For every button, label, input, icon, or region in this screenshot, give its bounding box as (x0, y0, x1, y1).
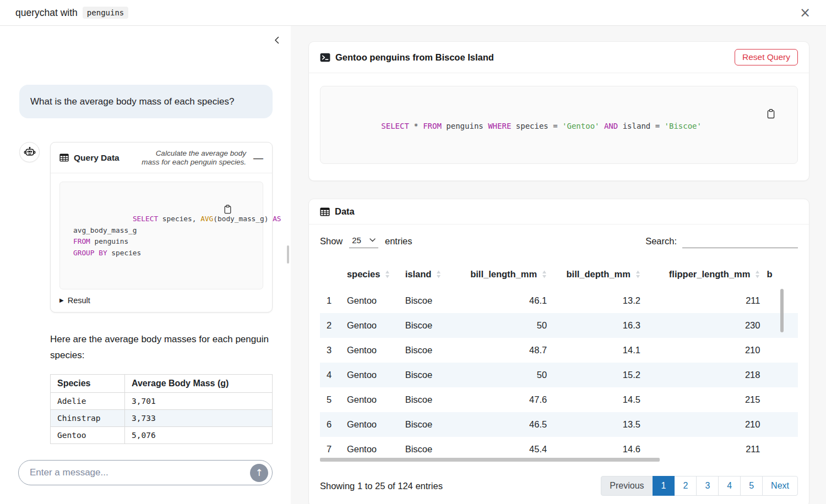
answer-table-header: Species (51, 374, 125, 392)
column-header-island[interactable]: island (402, 265, 457, 288)
sql-code-block: SELECT * FROM penguins WHERE species = '… (320, 86, 798, 164)
sql-code-block: SELECT species, AVG(body_mass_g) AS avg_… (59, 182, 263, 289)
entries-status: Showing 1 to 25 of 124 entries (320, 481, 443, 491)
data-table-cell: 211 (644, 288, 764, 313)
app-titlebar: querychat with penguins × (0, 0, 826, 26)
chat-scrollbar[interactable] (287, 245, 289, 264)
table-icon (320, 207, 330, 217)
data-table-cell: 16.3 (550, 313, 644, 338)
table-icon (59, 153, 69, 162)
dataset-badge: penguins (83, 7, 128, 19)
data-table-cell: 48.7 (457, 338, 550, 363)
data-table-cell: Gentoo (340, 288, 402, 313)
data-table: speciesislandbill_length_mmbill_depth_mm… (320, 265, 798, 462)
chat-input-bar: ↑ (18, 460, 273, 485)
data-table-cell (763, 437, 798, 462)
answer-table-row: Gentoo5,076 (51, 426, 273, 443)
column-header-bill_depth_mm[interactable]: bill_depth_mm (550, 265, 644, 288)
data-table-row: 1GentooBiscoe46.113.2211 (320, 288, 798, 313)
copy-icon[interactable] (765, 91, 792, 136)
data-card-header: Data (309, 199, 809, 224)
page-next-button[interactable]: Next (762, 476, 798, 496)
sort-icon (385, 270, 390, 278)
search-control: Search: (645, 234, 798, 248)
chevron-left-icon (273, 36, 281, 45)
data-table-cell: Biscoe (402, 288, 457, 313)
data-table-cell: 15.2 (550, 363, 644, 387)
data-table-cell: Biscoe (402, 363, 457, 387)
sort-icon (635, 270, 640, 278)
page-5-button[interactable]: 5 (740, 476, 763, 496)
column-header-rownum (320, 265, 340, 288)
entries-label: entries (385, 236, 412, 246)
sort-icon (542, 270, 547, 278)
tool-call-card: Query Data Calculate the average body ma… (50, 142, 273, 313)
reset-query-button[interactable]: Reset Query (735, 49, 798, 65)
data-table-cell: 50 (457, 313, 550, 338)
search-input[interactable] (682, 234, 798, 248)
data-table-cell: Gentoo (340, 412, 402, 437)
data-table-cell: 46.5 (457, 412, 550, 437)
vertical-scrollbar[interactable] (780, 289, 784, 332)
data-table-cell: Gentoo (340, 387, 402, 412)
app-title: querychat with penguins (15, 7, 128, 19)
data-table-cell: 3 (320, 338, 340, 363)
column-header-species[interactable]: species (340, 265, 402, 288)
result-expander[interactable]: ▶ Result (59, 296, 263, 305)
collapse-tool-icon[interactable]: — (253, 153, 263, 163)
assistant-avatar (19, 142, 40, 162)
data-table-row: 5GentooBiscoe47.614.5215 (320, 387, 798, 412)
answer-table-cell: 3,701 (125, 392, 273, 409)
page-2-button[interactable]: 2 (674, 476, 697, 496)
data-table-cell: Biscoe (402, 387, 457, 412)
page-previous-button[interactable]: Previous (601, 476, 653, 496)
tool-card-header: Query Data Calculate the average body ma… (51, 143, 272, 173)
tool-title: Query Data (74, 153, 119, 163)
data-table-viewport: speciesislandbill_length_mmbill_depth_mm… (320, 265, 798, 463)
collapse-sidebar-icon[interactable] (271, 34, 283, 47)
message-input[interactable] (30, 467, 250, 478)
data-table-cell: 6 (320, 412, 340, 437)
column-header-bill_length_mm[interactable]: bill_length_mm (457, 265, 550, 288)
answer-table-row: Adelie3,701 (51, 392, 273, 409)
answer-table-cell: 5,076 (125, 426, 273, 443)
column-header-b: b (763, 265, 798, 288)
data-table-cell: 2 (320, 313, 340, 338)
assistant-message: Here are the average body masses for eac… (50, 331, 273, 364)
robot-icon (24, 146, 36, 158)
user-message-bubble: What is the average body mass of each sp… (19, 85, 273, 118)
data-table-cell: 46.1 (457, 288, 550, 313)
triangle-right-icon: ▶ (59, 297, 64, 303)
page-1-button[interactable]: 1 (653, 476, 675, 496)
data-table-cell: Gentoo (340, 338, 402, 363)
answer-table-cell: Gentoo (51, 426, 125, 443)
data-table-row: 6GentooBiscoe46.513.5210 (320, 412, 798, 437)
chat-sidebar: What is the average body mass of each sp… (0, 26, 291, 504)
answer-table-cell: 3,733 (125, 409, 273, 426)
send-button[interactable]: ↑ (250, 464, 268, 482)
answer-table-header-row: SpeciesAverage Body Mass (g) (51, 374, 273, 392)
query-card-header: Gentoo penguins from Biscoe Island Reset… (309, 42, 809, 73)
close-icon[interactable]: × (800, 6, 811, 19)
horizontal-scrollbar[interactable] (320, 458, 660, 462)
query-card: Gentoo penguins from Biscoe Island Reset… (308, 41, 809, 181)
data-table-cell: 13.2 (550, 288, 644, 313)
query-title: Gentoo penguins from Biscoe Island (335, 52, 494, 63)
page-size-select[interactable]: 25 (349, 234, 378, 248)
data-table-row: 2GentooBiscoe5016.3230 (320, 313, 798, 338)
answer-table-cell: Adelie (51, 392, 125, 409)
data-table-cell (763, 412, 798, 437)
sql-code: SELECT * FROM penguins WHERE species = '… (381, 122, 702, 130)
sort-icon (436, 270, 441, 278)
data-table-cell (763, 387, 798, 412)
terminal-icon (320, 52, 330, 63)
page-size-value: 25 (352, 235, 361, 245)
data-table-cell: 4 (320, 363, 340, 387)
page-3-button[interactable]: 3 (696, 476, 719, 496)
data-table-cell: Biscoe (402, 313, 457, 338)
page-4-button[interactable]: 4 (718, 476, 741, 496)
copy-icon[interactable] (222, 187, 257, 232)
arrow-up-icon: ↑ (255, 468, 263, 478)
column-header-flipper_length_mm[interactable]: flipper_length_mm (644, 265, 764, 288)
data-table-cell: Gentoo (340, 363, 402, 387)
